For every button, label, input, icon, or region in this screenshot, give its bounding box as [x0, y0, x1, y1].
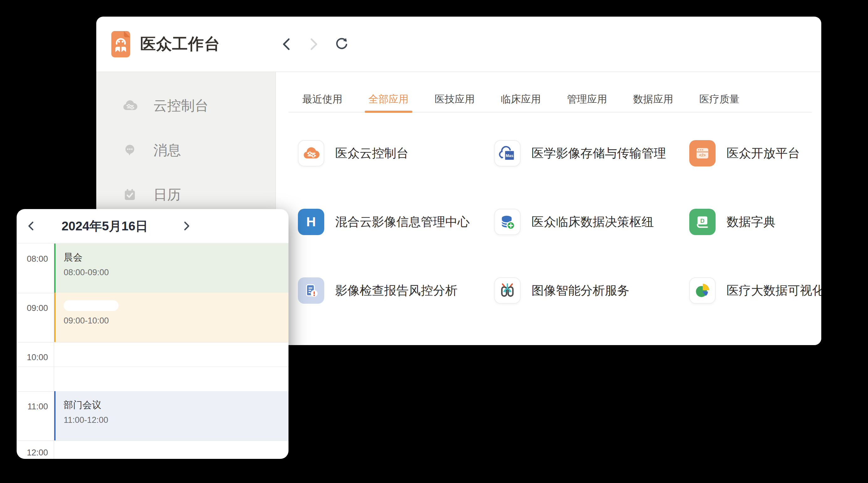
- dictionary-book-icon: D: [693, 213, 712, 231]
- desktop-background: 医众工作台: [0, 0, 868, 483]
- chevron-right-icon: [182, 221, 191, 231]
- event-time: 08:00-09:00: [64, 268, 288, 278]
- cloud-settings-icon: [122, 98, 138, 113]
- database-plus-icon: [498, 213, 517, 231]
- refresh-icon: [335, 37, 348, 52]
- back-button[interactable]: [279, 37, 293, 51]
- redacted-event-title-pill: [64, 300, 119, 311]
- tab-medtech-apps[interactable]: 医技应用: [435, 87, 475, 112]
- content-area: 最近使用 全部应用 医技应用 临床应用 管理应用 数据应用 医疗质量: [276, 72, 821, 345]
- app-image-ai-analysis[interactable]: 图像智能分析服务: [494, 278, 689, 304]
- report-alert-icon: [302, 282, 320, 300]
- tab-all-apps[interactable]: 全部应用: [368, 87, 409, 112]
- calendar-next-day-button[interactable]: [177, 209, 196, 243]
- time-label: 11:00: [17, 402, 48, 412]
- app-label: 图像智能分析服务: [531, 282, 629, 299]
- calendar-prev-day-button[interactable]: [22, 209, 40, 243]
- app-medical-image-storage[interactable]: Mas 医学影像存储与传输管理: [494, 140, 689, 166]
- sidebar-item-label: 云控制台: [153, 97, 209, 115]
- app-label: 医疗大数据可视化: [726, 282, 821, 299]
- time-label: 12:00: [17, 448, 48, 458]
- app-data-dictionary[interactable]: D 数据字典: [689, 209, 821, 235]
- calendar-date-title: 2024年5月16日: [60, 209, 150, 243]
- app-big-data-visualization[interactable]: 医疗大数据可视化: [689, 278, 821, 304]
- app-cloud-console[interactable]: 医众云控制台: [298, 140, 494, 166]
- time-label: 10:00: [17, 353, 48, 362]
- sidebar-item-messages[interactable]: 消息: [96, 128, 275, 172]
- calendar-event-morning-meeting[interactable]: 晨会 08:00-09:00: [54, 244, 288, 293]
- app-label: 医众云控制台: [335, 145, 409, 162]
- gridline-1030: [17, 366, 288, 367]
- calendar-check-icon: [122, 187, 138, 202]
- event-time: 09:00-10:00: [64, 316, 288, 326]
- sidebar-item-cloud-console[interactable]: 云控制台: [96, 84, 275, 128]
- chat-bubble-icon: [122, 142, 138, 158]
- app-label: 影像检查报告风控分析: [335, 282, 458, 299]
- tab-medical-quality[interactable]: 医疗质量: [699, 87, 739, 112]
- browser-nav: [279, 17, 348, 71]
- code-window-icon: </>: [693, 144, 712, 162]
- app-label: 数据字典: [726, 214, 775, 230]
- time-label: 08:00: [17, 254, 48, 264]
- event-time: 11:00-12:00: [64, 415, 288, 425]
- lungs-icon: [498, 282, 517, 300]
- calendar-event-redacted[interactable]: 09:00-10:00: [54, 293, 288, 342]
- mas-cloud-icon: Mas: [498, 144, 517, 162]
- gridline-12: [17, 440, 288, 441]
- sidebar-item-label: 消息: [153, 141, 181, 160]
- window-header: 医众工作台: [96, 17, 821, 72]
- app-grid: 医众云控制台 Mas 医学影像存储与传输管理: [298, 140, 821, 345]
- app-clinical-data-hub[interactable]: 医众临床数据决策枢纽: [494, 209, 689, 235]
- mas-badge-text: Mas: [506, 154, 513, 158]
- tab-clinical-apps[interactable]: 临床应用: [501, 87, 541, 112]
- time-label: 09:00: [17, 303, 48, 313]
- letter-h-icon: H: [306, 215, 316, 229]
- app-label: 医众开放平台: [726, 145, 800, 162]
- app-label: 混合云影像信息管理中心: [335, 214, 470, 230]
- event-title: 晨会: [64, 251, 288, 264]
- calendar-header: 2024年5月16日: [17, 209, 288, 244]
- pie-chart-icon: [693, 282, 712, 300]
- time-gutter-divider: [54, 244, 54, 459]
- app-hybrid-cloud-imaging[interactable]: H 混合云影像信息管理中心: [298, 209, 494, 235]
- calendar-day-grid: 晨会 08:00-09:00 09:00-10:00 部门会议 11:00-12…: [17, 244, 288, 459]
- cloud-settings-icon: [302, 144, 320, 162]
- chevron-right-icon: [308, 37, 319, 51]
- sidebar-item-label: 日历: [153, 186, 181, 204]
- app-open-platform[interactable]: </> 医众开放平台: [689, 140, 821, 166]
- event-title: 部门会议: [64, 399, 288, 412]
- gridline-10: [17, 342, 288, 343]
- calendar-event-department-meeting[interactable]: 部门会议 11:00-12:00: [54, 391, 288, 440]
- app-report-risk-analysis[interactable]: 影像检查报告风控分析: [298, 278, 494, 304]
- refresh-button[interactable]: [335, 37, 348, 51]
- app-label: 医学影像存储与传输管理: [531, 145, 666, 162]
- forward-button[interactable]: [307, 37, 321, 51]
- tab-management-apps[interactable]: 管理应用: [567, 87, 607, 112]
- letter-d-glyph: D: [700, 218, 704, 224]
- tab-bar: 最近使用 全部应用 医技应用 临床应用 管理应用 数据应用 医疗质量: [288, 87, 812, 112]
- chevron-left-icon: [281, 37, 292, 51]
- calendar-panel: 2024年5月16日 晨会 08:00-09:00 09:00-10:00: [17, 209, 288, 459]
- tab-data-apps[interactable]: 数据应用: [633, 87, 673, 112]
- tab-recent[interactable]: 最近使用: [302, 87, 342, 112]
- app-label: 医众临床数据决策枢纽: [531, 214, 654, 230]
- app-logo-icon: [111, 31, 130, 57]
- window-title: 医众工作台: [140, 34, 220, 55]
- chevron-left-icon: [26, 221, 36, 231]
- code-glyph: </>: [699, 153, 706, 158]
